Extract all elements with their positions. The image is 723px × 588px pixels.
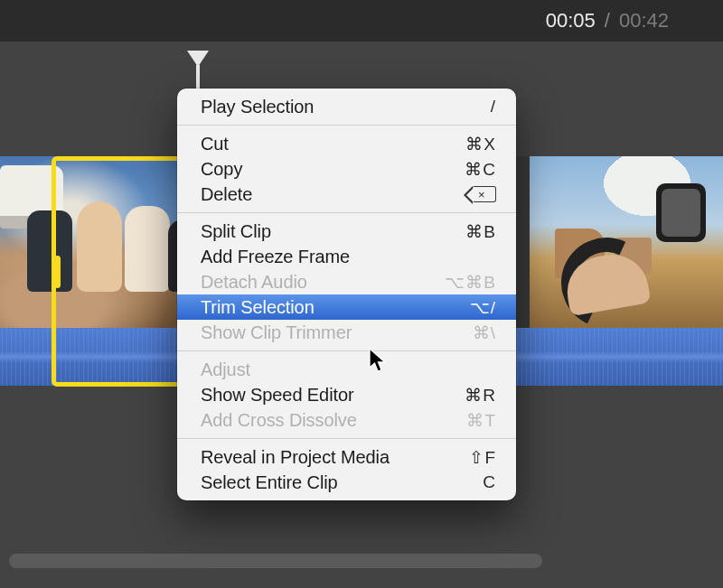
- menu-item-play-selection[interactable]: Play Selection/: [177, 94, 516, 119]
- menu-item-reveal-in-project-media[interactable]: Reveal in Project Media⇧F: [177, 444, 516, 470]
- menu-separator: [177, 125, 516, 126]
- menu-item-label: Add Freeze Frame: [201, 247, 350, 267]
- menu-item-show-speed-editor[interactable]: Show Speed Editor⌘R: [177, 382, 516, 407]
- menu-item-label: Show Clip Trimmer: [201, 322, 352, 343]
- menu-item-add-freeze-frame[interactable]: Add Freeze Frame: [177, 244, 516, 269]
- menu-separator: [177, 438, 516, 439]
- menu-item-shortcut: ⌘X: [465, 134, 496, 154]
- timeline-scrollbar[interactable]: [9, 554, 542, 568]
- menu-item-shortcut: ×: [473, 186, 496, 202]
- menu-item-cut[interactable]: Cut⌘X: [177, 131, 516, 156]
- menu-separator: [177, 350, 516, 351]
- menu-item-label: Split Clip: [201, 221, 271, 242]
- menu-item-shortcut: ⌘B: [465, 221, 496, 242]
- clip-thumbnail-detail: [656, 183, 706, 242]
- menu-item-show-clip-trimmer: Show Clip Trimmer⌘\: [177, 320, 516, 345]
- menu-item-label: Detach Audio: [201, 272, 307, 293]
- menu-item-shortcut: ⌥⌘B: [445, 272, 496, 293]
- menu-item-label: Select Entire Clip: [201, 472, 338, 493]
- menu-item-add-cross-dissolve: Add Cross Dissolve⌘T: [177, 407, 516, 433]
- menu-item-shortcut: ⌥/: [470, 297, 496, 318]
- menu-item-select-entire-clip[interactable]: Select Entire ClipC: [177, 470, 516, 495]
- menu-item-label: Reveal in Project Media: [201, 447, 390, 468]
- menu-separator: [177, 212, 516, 213]
- menu-item-trim-selection[interactable]: Trim Selection⌥/: [177, 294, 516, 320]
- menu-item-detach-audio: Detach Audio⌥⌘B: [177, 269, 516, 294]
- menu-item-split-clip[interactable]: Split Clip⌘B: [177, 219, 516, 244]
- menu-item-label: Delete: [201, 184, 252, 205]
- menu-item-label: Adjust: [201, 359, 250, 380]
- menu-item-shortcut: ⌘\: [473, 322, 496, 343]
- menu-item-adjust: Adjust: [177, 357, 516, 382]
- menu-item-label: Cut: [201, 134, 229, 154]
- menu-item-shortcut: ⌘T: [466, 410, 496, 431]
- playhead-time-current: 00:05: [546, 9, 596, 33]
- menu-item-copy[interactable]: Copy⌘C: [177, 156, 516, 182]
- timeline-clip[interactable]: [530, 156, 723, 328]
- backspace-icon: ×: [473, 186, 496, 202]
- clip-thumbnail-detail: [125, 206, 170, 292]
- menu-item-shortcut: /: [491, 97, 496, 117]
- menu-item-label: Play Selection: [201, 97, 314, 117]
- menu-item-shortcut: ⌘R: [465, 385, 496, 406]
- menu-item-delete[interactable]: Delete×: [177, 182, 516, 207]
- menu-item-label: Copy: [201, 159, 242, 180]
- clip-context-menu[interactable]: Play Selection/Cut⌘XCopy⌘CDelete×Split C…: [177, 89, 516, 500]
- clip-thumbnail-detail: [77, 201, 122, 292]
- menu-item-shortcut: ⇧F: [469, 447, 496, 468]
- clip-thumbnail-detail: [27, 210, 72, 292]
- menu-item-label: Show Speed Editor: [201, 385, 354, 406]
- playhead-time-total: 00:42: [619, 9, 669, 33]
- menu-item-shortcut: ⌘C: [465, 159, 496, 180]
- menu-item-label: Trim Selection: [201, 297, 315, 318]
- menu-item-label: Add Cross Dissolve: [201, 410, 357, 431]
- menu-item-shortcut: C: [483, 472, 496, 492]
- playhead-time-separator: /: [605, 9, 610, 33]
- playback-timebar: 00:05 / 00:42: [0, 0, 723, 42]
